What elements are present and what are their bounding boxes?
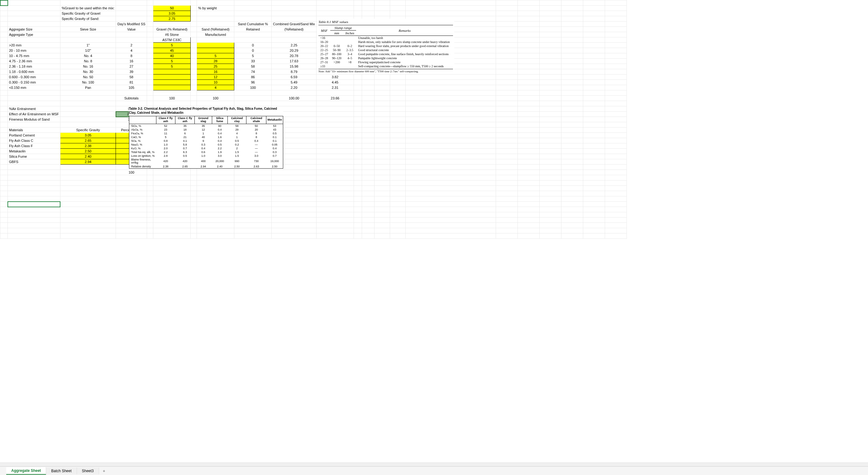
- hdr-stone6: #6 Stone: [153, 32, 191, 37]
- hdr-sg: Specific Gravity: [60, 127, 116, 133]
- mat-row: Portland Cement3.0577.5: [0, 133, 627, 138]
- hdr-astm: ASTM C33C: [153, 37, 191, 43]
- hdr-cum1: Sand Cumulative %: [234, 22, 272, 27]
- horizontal-scrollbar[interactable]: [0, 463, 868, 466]
- fm-label: Fineness Modulus of Sand: [8, 117, 60, 122]
- hdr-comb1: Combined Gravel/Sand Mix: [272, 22, 316, 27]
- sg-gravel[interactable]: 3.05: [153, 11, 191, 16]
- subtotals-label: Subtotals: [116, 96, 147, 101]
- sieve-row: 0.300 - 0.150 mmNo. 1008110965.494.45: [0, 80, 627, 85]
- sieve-row: 10 - 4.75 mmNo. 48405520.781.66: [0, 53, 627, 59]
- air-effect-label: Effect of Air Entrainment on MSF: [8, 112, 60, 117]
- gravel-pct[interactable]: 50: [153, 6, 191, 11]
- hdr-manuf: Manufactured: [197, 32, 234, 37]
- mat-row: Silica Fume2.407.5: [0, 154, 627, 159]
- mat-total: 100: [116, 170, 147, 175]
- hdr-aggtype: Aggregate Type: [8, 32, 60, 37]
- sg-sand-label: Specific Gravity of Sand:: [60, 16, 116, 22]
- msf-reference-table: Table 8.1 MSF values MSFSlump rangeRemar…: [317, 19, 454, 74]
- sieve-row: 2.36 - 1.18 mmNo. 16275255815.984.32: [0, 64, 627, 69]
- spreadsheet-grid[interactable]: %Gravel to be used within the mix: 50 % …: [0, 0, 627, 239]
- sieve-row: <0.150 mmPan10541002.202.31: [0, 85, 627, 90]
- chemical-analysis-table: Table 3-2. Chemical Analysis and Selecte…: [129, 107, 283, 169]
- sg-sand[interactable]: 2.75: [153, 16, 191, 22]
- gravel-pct-label: %Gravel to be used within the mix:: [60, 6, 116, 11]
- sieve-row: 0.600 - 0.300 mmNo. 505812866.593.82: [0, 75, 627, 80]
- mat-row: Fly Ash Class C2.6515: [0, 138, 627, 143]
- pct-by-weight: % by weight: [197, 6, 234, 11]
- sieve-row: 20 - 10 mm1/2"445020.290.81: [0, 48, 627, 53]
- hdr-materials: Materials: [8, 127, 60, 133]
- sieve-row: 1.18 - 0.600 mmNo. 303916748.793.43: [0, 69, 627, 75]
- hdr-days2: Value: [116, 27, 147, 32]
- hdr-days1: Day's Modified SS: [116, 22, 147, 27]
- mat-row: GBFS2.940: [0, 159, 627, 165]
- sieve-row: 4.75 - 2.36 mmNo. 8165283317.632.82: [0, 59, 627, 64]
- hdr-comb2: (%Retained): [272, 27, 316, 32]
- hdr-sieve: Sieve Size: [60, 27, 116, 32]
- sg-gravel-label: Specific Gravity of Gravel: [60, 11, 116, 16]
- hdr-gravel: Gravel (% Retained): [153, 27, 191, 32]
- mat-row: Fly Ash Class F2.380: [0, 143, 627, 149]
- selected-cell[interactable]: [8, 202, 60, 207]
- mat-row: Metakaolin2.500: [0, 149, 627, 154]
- hdr-sand: Sand (%Retained): [197, 27, 234, 32]
- hdr-aggsize: Aggregate Size: [8, 27, 60, 32]
- sieve-row: >20 mm1"2502.250.05: [0, 43, 627, 48]
- hdr-cum2: Retained: [234, 27, 272, 32]
- air-entr-label: %Air Entrainment: [8, 106, 60, 112]
